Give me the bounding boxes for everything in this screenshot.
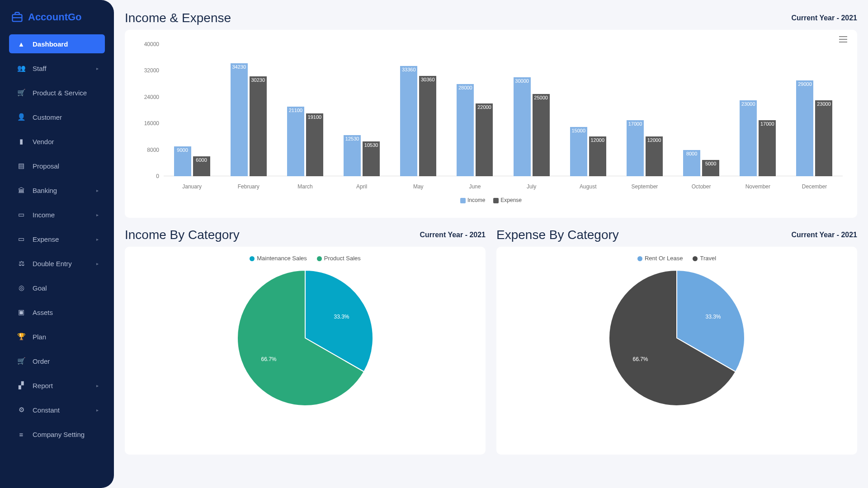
sidebar-item-staff[interactable]: 👥Staff▸ xyxy=(9,59,105,78)
nav: ▲Dashboard👥Staff▸🛒Product & Service👤Cust… xyxy=(0,34,114,477)
x-tick: November xyxy=(730,183,786,190)
chevron-right-icon: ▸ xyxy=(96,261,99,266)
pie-slice-label: 33.3% xyxy=(705,314,721,320)
bar-group: 2900023000 xyxy=(786,44,843,176)
bar-income: 34230 xyxy=(231,63,248,176)
pie-slice-label: 66.7% xyxy=(632,356,648,362)
sidebar-item-product-service[interactable]: 🛒Product & Service xyxy=(9,83,105,102)
bar-value: 21100 xyxy=(289,108,303,113)
sidebar-item-report[interactable]: ▞Report▸ xyxy=(9,376,105,395)
users-icon: 👥 xyxy=(17,64,25,72)
bar-expense: 25000 xyxy=(533,94,550,177)
bar-value: 12000 xyxy=(590,137,604,143)
section-header-income-cat: Income By Category Current Year - 2021 xyxy=(125,228,486,242)
sidebar-item-customer[interactable]: 👤Customer xyxy=(9,108,105,127)
bar-value: 17000 xyxy=(760,121,774,127)
sidebar-item-expense[interactable]: ▭Expense▸ xyxy=(9,230,105,249)
legend-item: Product Sales xyxy=(317,255,361,262)
bar-value: 17000 xyxy=(628,121,642,127)
chevron-right-icon: ▸ xyxy=(96,408,99,413)
sidebar-item-banking[interactable]: 🏛Banking▸ xyxy=(9,181,105,200)
sidebar-item-label: Staff xyxy=(33,65,47,72)
bar-expense: 6000 xyxy=(193,156,210,176)
briefcase-icon xyxy=(11,11,24,23)
bar-value: 6000 xyxy=(196,157,207,163)
sidebar-item-label: Product & Service xyxy=(33,89,87,97)
bar-value: 5000 xyxy=(705,161,716,166)
sidebar-item-income[interactable]: ▭Income▸ xyxy=(9,205,105,224)
legend-swatch xyxy=(317,256,322,261)
bar-value: 33360 xyxy=(402,67,416,72)
fire-icon: ▲ xyxy=(17,40,25,48)
pie-slice-label: 33.3% xyxy=(334,314,349,320)
section-title: Income By Category xyxy=(125,228,240,242)
bar-expense: 22000 xyxy=(476,103,493,176)
bar-group: 80005000 xyxy=(673,44,730,176)
sidebar-item-vendor[interactable]: ▮Vendor xyxy=(9,132,105,151)
sidebar-item-proposal[interactable]: ▤Proposal xyxy=(9,156,105,175)
bar-group: 2300017000 xyxy=(730,44,786,176)
bar-value: 30360 xyxy=(421,77,435,82)
bar-expense: 17000 xyxy=(759,120,776,176)
legend-swatch xyxy=(493,198,499,203)
sidebar-item-label: Income xyxy=(33,211,55,219)
legend-item: Rent Or Lease xyxy=(637,255,683,262)
bank-icon: 🏛 xyxy=(17,186,25,194)
bar-income: 28000 xyxy=(457,84,474,176)
sidebar-item-company-setting[interactable]: ≡Company Setting xyxy=(9,425,105,444)
sidebar-item-label: Order xyxy=(33,357,50,365)
bar-value: 10530 xyxy=(364,142,378,148)
sidebar-item-goal[interactable]: ◎Goal xyxy=(9,278,105,297)
sidebar-item-assets[interactable]: ▣Assets xyxy=(9,303,105,322)
sidebar-item-label: Double Entry xyxy=(33,260,72,267)
legend-item: Income xyxy=(460,197,485,203)
bar-income: 33360 xyxy=(400,66,417,176)
bar-group: 1700012000 xyxy=(616,44,673,176)
target-icon: ◎ xyxy=(17,284,25,292)
bar-group: 90006000 xyxy=(164,44,220,176)
bar-expense: 12000 xyxy=(646,136,663,176)
legend-item: Expense xyxy=(493,197,522,203)
bar-income: 15000 xyxy=(570,127,587,177)
bar-value: 23000 xyxy=(817,101,831,107)
y-tick: 8000 xyxy=(147,147,159,153)
sidebar-item-label: Vendor xyxy=(33,138,54,145)
brand-name: AccountGo xyxy=(28,11,82,23)
trophy-icon: 🏆 xyxy=(17,333,25,341)
x-tick: May xyxy=(390,183,447,190)
bar-value: 34230 xyxy=(232,64,246,70)
lines-icon: ≡ xyxy=(17,430,25,438)
sidebar-item-label: Customer xyxy=(33,113,62,121)
bar-value: 22000 xyxy=(477,104,491,110)
gear-icon: ⚙ xyxy=(17,406,25,414)
sidebar-item-constant[interactable]: ⚙Constant▸ xyxy=(9,400,105,419)
bar-expense: 30230 xyxy=(250,76,267,176)
bar-value: 28000 xyxy=(458,85,472,90)
expense-by-category-card: Rent Or LeaseTravel 33.3%66.7% xyxy=(496,247,857,455)
bar-income: 17000 xyxy=(627,120,644,176)
sidebar-item-label: Report xyxy=(33,382,53,389)
x-tick: January xyxy=(164,183,220,190)
sidebar: AccountGo ▲Dashboard👥Staff▸🛒Product & Se… xyxy=(0,0,114,488)
sidebar-item-label: Goal xyxy=(33,284,47,292)
pie-legend: Maintenance SalesProduct Sales xyxy=(135,255,476,262)
bar-group: 2800022000 xyxy=(447,44,503,176)
x-tick: February xyxy=(220,183,277,190)
sidebar-item-double-entry[interactable]: ⚖Double Entry▸ xyxy=(9,254,105,273)
bar-value: 30230 xyxy=(251,77,265,83)
bar-expense: 5000 xyxy=(702,160,719,177)
y-tick: 40000 xyxy=(144,41,159,47)
sidebar-item-dashboard[interactable]: ▲Dashboard xyxy=(9,34,105,53)
x-tick: June xyxy=(447,183,503,190)
cart-icon: 🛒 xyxy=(17,89,25,97)
y-tick: 0 xyxy=(156,173,159,179)
x-tick: July xyxy=(503,183,560,190)
pie-legend: Rent Or LeaseTravel xyxy=(506,255,847,262)
bar-group: 1500012000 xyxy=(560,44,616,176)
sidebar-item-plan[interactable]: 🏆Plan xyxy=(9,327,105,346)
sidebar-item-order[interactable]: 🛒Order xyxy=(9,352,105,371)
bar-value: 15000 xyxy=(571,128,585,133)
sidebar-item-label: Expense xyxy=(33,235,59,243)
bar-value: 12000 xyxy=(647,137,661,143)
bar-income: 8000 xyxy=(683,150,700,176)
